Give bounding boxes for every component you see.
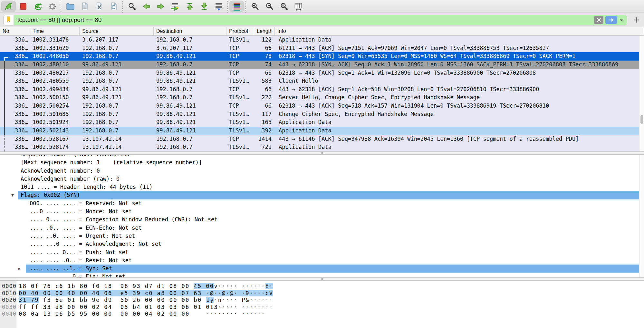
add-filter-button[interactable] (632, 16, 641, 24)
packet-list-scrollbar[interactable] (639, 36, 644, 151)
hex-row[interactable]: 001000 40 00 00 40 00 40 06 e5 39 c0 a8 … (0, 290, 644, 297)
hex-row[interactable]: 004008 0a 13 e6 b5 95 00 00 00 00 04 02 … (0, 311, 644, 318)
cell-no: 336… (0, 143, 30, 151)
detail-field[interactable]: .... .0.. .... = ECN-Echo: Not set (0, 224, 639, 232)
capture-options-button[interactable] (45, 1, 59, 12)
packet-row[interactable]: 336…1002.501685192.168.0.799.86.49.121TL… (0, 110, 639, 119)
capture-restart-button[interactable] (30, 1, 45, 12)
detail-field[interactable]: Sequence number (raw): 2003041556 (0, 155, 639, 159)
hex-row[interactable]: 000018 0f 76 c6 1b 80 f0 18 98 93 d7 d1 … (0, 283, 644, 290)
file-open-button[interactable] (63, 1, 77, 12)
colorize-button[interactable] (229, 1, 244, 12)
packet-row[interactable]: 336…1002.52817413.107.42.14192.168.0.7TL… (0, 143, 639, 151)
capture-start-button[interactable] (1, 1, 16, 12)
packet-bytes-pane: 000018 0f 76 c6 1b 80 f0 18 98 93 d7 d1 … (0, 281, 644, 328)
file-close-button[interactable] (92, 1, 106, 12)
filter-expression-text[interactable]: tcp.port == 80 || udp.port == 80 (14, 15, 592, 25)
cell-time: 1002.331478 (30, 36, 80, 44)
detail-field[interactable]: 1011 .... = Header Length: 44 bytes (11) (0, 183, 639, 191)
column-header-no[interactable]: No. (0, 27, 30, 35)
filter-dropdown-button[interactable] (620, 17, 624, 23)
detail-field[interactable]: .... ...0 .... = Acknowledgment: Not set (0, 240, 639, 248)
filter-bookmark-button[interactable] (4, 15, 14, 25)
file-reload-button[interactable] (106, 1, 121, 12)
go-last-icon (200, 2, 209, 11)
detail-field[interactable]: Acknowledgment number: 0 (0, 167, 639, 175)
packet-row[interactable]: 336…1002.3314783.6.207.117192.168.0.7TLS… (0, 36, 639, 44)
expander-closed-icon[interactable]: ▶ (18, 265, 21, 273)
column-header-destination[interactable]: Destination (154, 27, 226, 35)
pane-splitter-top[interactable] (0, 151, 644, 155)
packet-row[interactable]: 336…1002.52816713.107.42.14192.168.0.7TC… (0, 135, 639, 143)
details-scrollbar-track[interactable] (639, 155, 644, 277)
go-next-button[interactable] (153, 1, 168, 12)
capture-stop-button[interactable] (16, 1, 30, 12)
packet-row[interactable]: 336…1002.48011099.86.49.121192.168.0.7TC… (0, 61, 639, 69)
column-header-protocol[interactable]: Protocol (226, 27, 254, 35)
packet-row[interactable]: 336…1002.480559192.168.0.799.86.49.121TL… (0, 77, 639, 85)
resize-columns-button[interactable] (291, 1, 305, 12)
hex-ascii: ··3····· ········ (206, 304, 273, 311)
detail-field[interactable]: 000. .... .... = Reserved: Not set (0, 199, 639, 207)
cell-info: Application Data (275, 118, 639, 127)
clear-filter-button[interactable] (594, 16, 603, 24)
detail-field[interactable]: .... .... 0... = Push: Not set (0, 248, 639, 256)
packet-row[interactable]: 336…1002.501924192.168.0.799.86.49.121TL… (0, 118, 639, 127)
cell-length: 78 (254, 52, 275, 61)
detail-field[interactable]: .... 0... .... = Congestion Window Reduc… (0, 216, 639, 224)
hex-segment: ff ff 33 d8 00 00 02 04 05 b4 01 03 03 0… (19, 304, 214, 310)
packet-row[interactable]: 336…1002.331620192.168.0.73.6.207.117TCP… (0, 44, 639, 53)
detail-field-text: .... ..0. .... = Urgent: Not set (0, 232, 135, 240)
hex-highlighted-segment: 31 79 (19, 297, 39, 303)
go-first-button[interactable] (182, 1, 197, 12)
detail-field[interactable]: .... .... .0.. = Reset: Not set (0, 256, 639, 265)
detail-field[interactable]: ▼Flags: 0x002 (SYN) (0, 191, 639, 199)
file-save-button[interactable] (77, 1, 92, 12)
packet-row[interactable]: 336…1002.480217192.168.0.799.86.49.121TC… (0, 69, 639, 77)
detail-field[interactable]: .... ..0. .... = Urgent: Not set (0, 232, 639, 240)
zoom-out-button[interactable] (262, 1, 276, 12)
scrollbar-thumb[interactable] (640, 115, 643, 124)
file-save-icon (80, 2, 89, 11)
main-toolbar (0, 0, 644, 13)
cell-source: 99.86.49.121 (80, 61, 154, 69)
file-close-icon (95, 2, 104, 11)
packet-row[interactable]: 336…1002.448050192.168.0.799.86.49.121TC… (0, 52, 639, 61)
cell-time: 1002.502143 (30, 127, 80, 135)
cell-info: Client Hello (275, 77, 639, 85)
go-last-button[interactable] (197, 1, 211, 12)
auto-scroll-button[interactable] (211, 1, 226, 12)
zoom-in-button[interactable] (247, 1, 262, 12)
column-header-source[interactable]: Source (80, 27, 154, 35)
zoom-original-button[interactable] (276, 1, 291, 12)
column-header-info[interactable]: Info (275, 27, 644, 35)
hex-row[interactable]: 0030ff ff 33 d8 00 00 02 04 05 b4 01 03 … (0, 304, 644, 311)
find-packet-button[interactable] (124, 1, 139, 12)
cell-length: 721 (254, 143, 275, 151)
packet-row[interactable]: 336…1002.49943499.86.49.121192.168.0.7TC… (0, 85, 639, 94)
pane-splitter-bottom[interactable] (0, 277, 644, 281)
apply-filter-button[interactable] (605, 16, 617, 24)
detail-field[interactable]: ...0 .... .... = Nonce: Not set (0, 207, 639, 216)
column-header-length[interactable]: Length (254, 27, 275, 35)
splitter-handle-icon (321, 152, 323, 154)
hex-row[interactable]: 002031 79 f3 6e 01 bb 9e d9 50 26 00 00 … (0, 297, 644, 304)
detail-field[interactable]: .... .... ...0 = Fin: Not set (0, 273, 639, 277)
go-previous-button[interactable] (139, 1, 153, 12)
go-to-packet-button[interactable] (168, 1, 182, 12)
packet-row[interactable]: 336…1002.500254192.168.0.799.86.49.121TC… (0, 102, 639, 110)
cell-no: 336… (0, 77, 30, 85)
cell-length: 165 (254, 118, 275, 127)
expander-open-icon[interactable]: ▼ (11, 191, 14, 199)
cell-source: 99.86.49.121 (80, 85, 154, 94)
cell-no: 336… (0, 44, 30, 53)
cell-no: 336… (0, 135, 30, 143)
detail-field[interactable]: ▶.... .... ..1. = Syn: Set (0, 265, 639, 273)
display-filter-input[interactable]: tcp.port == 80 || udp.port == 80 (3, 15, 627, 25)
detail-field[interactable]: [Next sequence number: 1 (relative seque… (0, 159, 639, 167)
packet-row[interactable]: 336…1002.50015099.86.49.121192.168.0.7TL… (0, 93, 639, 102)
detail-field-text: Flags: 0x002 (SYN) (18, 191, 639, 199)
detail-field[interactable]: Acknowledgment number (raw): 0 (0, 175, 639, 183)
column-header-time[interactable]: Time (30, 27, 80, 35)
packet-row[interactable]: 336…1002.502143192.168.0.799.86.49.121TL… (0, 127, 639, 135)
